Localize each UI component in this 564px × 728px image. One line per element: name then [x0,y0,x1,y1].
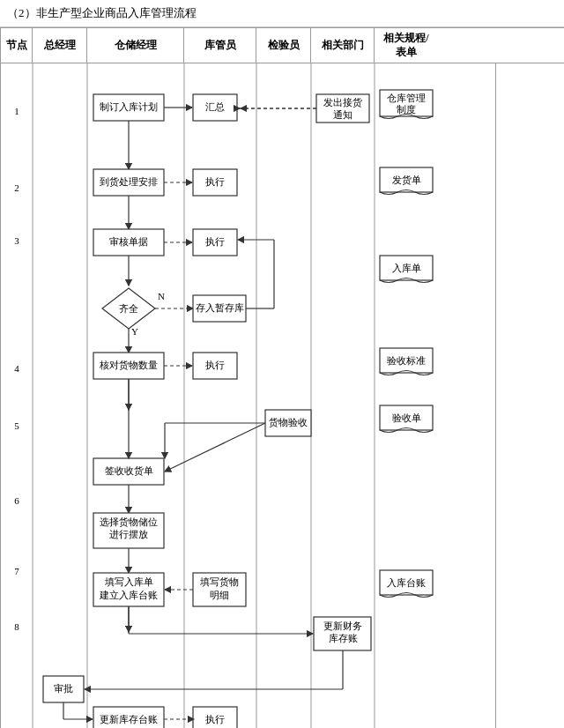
col-header-xiangguanbu: 相关部门 [311,28,375,63]
col-header-zongjingli: 总经理 [33,28,87,63]
text-yanshoubiaozhun: 验收标准 [387,355,426,366]
text-fachujiehuotongzhi-1: 发出接货 [323,97,362,108]
text-Y: Y [131,326,138,337]
text-fahuodan: 发货单 [392,175,421,185]
text-hejiao: 核对货物数量 [99,360,158,370]
col-header-kuguanyuan: 库管员 [184,28,256,63]
flow-body: 1 2 3 4 5 6 7 8 制订入库计划 汇总 发出接货 通知 [1,63,564,728]
text-cangkuguanli-2: 制度 [397,104,416,115]
text-yanshoudan: 验收单 [392,412,421,423]
text-tianxierk-1: 填写入库单 [104,576,153,587]
col-header-cangku: 仓储经理 [87,28,184,63]
text-tianxiehuowu-1: 填写货物 [199,576,239,587]
text-zhidingruku: 制订入库计划 [100,101,158,112]
text-zhixing-4: 执行 [205,360,225,370]
text-xuanze-1: 选择货物储位 [100,516,158,527]
text-shenpi: 审批 [54,683,73,694]
col-header-jiedian: 节点 [1,28,33,63]
text-huowuyanshou: 货物验收 [269,417,308,427]
text-zhixing-3: 执行 [205,236,225,247]
node-1: 1 [14,106,19,116]
node-6: 6 [14,495,19,506]
text-tianxierk-2: 建立入库台账 [99,590,158,600]
flow-diagram: 1 2 3 4 5 6 7 8 制订入库计划 汇总 发出接货 通知 [1,63,443,728]
text-tianxiehuowu-2: 明细 [210,590,229,600]
col-header-jianyanyuan: 检验员 [256,28,311,63]
text-shenhedan: 审核单据 [109,236,148,247]
text-xuanze-2: 进行摆放 [109,529,148,539]
text-zhixing-last: 执行 [205,714,225,724]
col-headers: 节点 总经理 仓储经理 库管员 检验员 相关部门 相关规程/表单 [1,28,564,63]
text-genxincaiwu-1: 更新财务 [323,620,362,631]
node-4: 4 [14,363,19,374]
text-qiquan: 齐全 [119,303,138,314]
text-genxincaiwu-2: 库存账 [329,633,358,643]
text-rukutaizhang: 入库台账 [387,577,426,588]
text-huizong: 汇总 [205,101,225,112]
node-8: 8 [14,621,19,632]
text-genxinkucun: 更新库存台账 [100,714,158,724]
text-cangkuguanli-1: 仓库管理 [387,93,426,103]
text-fachujiehuotongzhi-2: 通知 [333,109,352,120]
table-wrapper: 节点 总经理 仓储经理 库管员 检验员 相关部门 相关规程/表单 [0,27,564,728]
node-3: 3 [14,235,19,246]
node-2: 2 [14,182,19,193]
node-5: 5 [14,420,19,431]
guicheng-col [495,63,564,728]
text-N: N [158,291,165,301]
text-qianshou: 签收收货单 [105,465,153,476]
page-title: （2）非生产型企业商品入库管理流程 [7,6,197,19]
arrow-yanshou-to-qianshou [165,423,265,472]
node-7: 7 [14,566,19,576]
text-daohuo: 到货处理安排 [100,176,158,187]
col-header-guicheng: 相关规程/表单 [375,28,438,63]
text-rukudan: 入库单 [392,263,421,273]
text-cunruzancunku: 存入暂存库 [196,302,244,313]
text-zhixing-2: 执行 [205,176,225,187]
page-header: （2）非生产型企业商品入库管理流程 [0,0,564,27]
